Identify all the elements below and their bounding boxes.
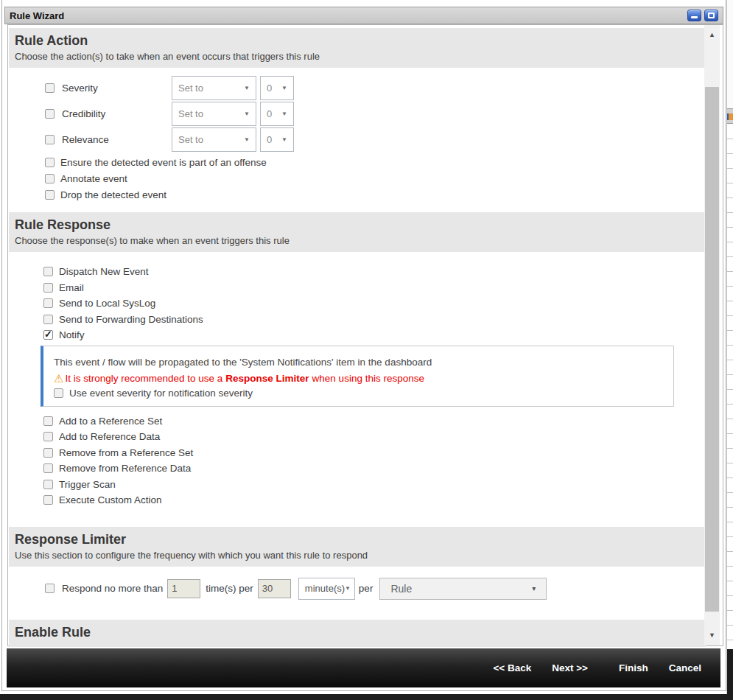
respond-limit-checkbox[interactable]: [45, 584, 55, 593]
severity-value-dropdown[interactable]: 0 ▼: [260, 76, 294, 100]
credibility-value: 0: [267, 108, 272, 119]
wizard-button-bar: << Back Next >> Finish Cancel: [7, 648, 720, 687]
credibility-value-dropdown[interactable]: 0 ▼: [260, 102, 294, 126]
send-local-syslog-checkbox[interactable]: [43, 298, 53, 308]
remove-reference-set-label: Remove from a Reference Set: [59, 447, 193, 458]
option-row: Trigger Scan: [9, 477, 706, 493]
respond-count-input[interactable]: 1: [167, 579, 200, 598]
respond-scope-dropdown[interactable]: Rule ▾: [379, 578, 547, 600]
respond-limit-label: Respond no more than: [62, 583, 163, 594]
email-checkbox[interactable]: [43, 283, 53, 293]
notify-info-panel: This event / flow will be propagated to …: [41, 346, 674, 407]
annotate-event-checkbox[interactable]: [45, 174, 55, 183]
option-row: Execute Custom Action: [9, 492, 706, 508]
severity-operation-dropdown[interactable]: Set to ▼: [172, 76, 256, 100]
severity-value: 0: [267, 83, 272, 94]
rule-action-options: Ensure the detected event is part of an …: [9, 154, 706, 203]
send-forwarding-destinations-checkbox[interactable]: [43, 315, 53, 324]
dispatch-new-event-checkbox[interactable]: [43, 267, 53, 276]
relevance-row: Relevance Set to ▼ 0 ▼: [9, 127, 706, 153]
option-row: Add to a Reference Set: [9, 413, 706, 430]
rule-response-title: Rule Response: [15, 217, 698, 233]
notify-checkbox[interactable]: [43, 330, 53, 340]
respond-interval-input[interactable]: 30: [258, 579, 291, 598]
severity-operation-value: Set to: [178, 83, 203, 94]
minimize-button[interactable]: [687, 10, 701, 21]
chevron-down-icon: ▼: [244, 111, 250, 117]
option-row: Dispatch New Event: [9, 264, 706, 280]
credibility-label: Credibility: [62, 108, 172, 119]
option-row: Notify: [9, 327, 706, 343]
drop-event-checkbox[interactable]: [45, 190, 55, 200]
option-row: Drop the detected event: [9, 186, 706, 203]
scroll-down-arrow-icon[interactable]: ▼: [704, 627, 720, 643]
response-limiter-description: Use this section to configure the freque…: [15, 550, 698, 561]
scroll-up-arrow-icon[interactable]: ▲: [704, 27, 720, 42]
background-dark-area: [727, 649, 733, 700]
dialog-content: Rule Action Choose the action(s) to take…: [9, 25, 706, 666]
option-row: Send to Local SysLog: [9, 295, 706, 312]
rule-response-description: Choose the response(s) to make when an e…: [15, 235, 698, 246]
notify-warning-text: ⚠ It is strongly recommended to use a Re…: [54, 373, 664, 384]
execute-custom-action-label: Execute Custom Action: [59, 494, 162, 505]
option-row: Add to Reference Data: [9, 429, 706, 445]
vertical-scrollbar[interactable]: ▲ ▼: [704, 25, 720, 645]
credibility-operation-dropdown[interactable]: Set to ▼: [172, 102, 256, 126]
credibility-checkbox[interactable]: [45, 109, 55, 119]
relevance-value-dropdown[interactable]: 0 ▼: [260, 127, 294, 152]
relevance-operation-dropdown[interactable]: Set to ▼: [172, 127, 256, 152]
offense-checkbox[interactable]: [45, 158, 55, 167]
add-reference-data-label: Add to Reference Data: [59, 431, 160, 442]
maximize-button[interactable]: [704, 10, 718, 21]
relevance-value: 0: [267, 134, 272, 145]
rule-action-value-rows: Severity Set to ▼ 0 ▼ Credibility Set to: [9, 75, 706, 153]
add-reference-data-checkbox[interactable]: [43, 432, 53, 441]
chevron-down-icon: ▼: [345, 585, 351, 592]
send-local-syslog-label: Send to Local SysLog: [59, 298, 155, 309]
rule-action-section-header: Rule Action Choose the action(s) to take…: [9, 28, 706, 68]
use-event-severity-checkbox[interactable]: [54, 388, 63, 398]
background-bottom-bar: [0, 694, 733, 700]
chevron-down-icon: ▼: [281, 136, 287, 143]
dispatch-new-event-label: Dispatch New Event: [59, 266, 149, 277]
drop-event-label: Drop the detected event: [60, 189, 166, 200]
per-label: per: [359, 583, 373, 594]
send-forwarding-destinations-label: Send to Forwarding Destinations: [59, 314, 203, 325]
remove-reference-set-checkbox[interactable]: [43, 448, 53, 458]
severity-checkbox[interactable]: [45, 83, 55, 93]
relevance-operation-value: Set to: [178, 134, 203, 145]
response-limiter-section-header: Response Limiter Use this section to con…: [9, 527, 706, 567]
rule-response-section-header: Rule Response Choose the response(s) to …: [9, 212, 706, 252]
response-limiter-title: Response Limiter: [15, 532, 698, 547]
add-reference-set-checkbox[interactable]: [43, 416, 53, 426]
trigger-scan-label: Trigger Scan: [59, 479, 116, 490]
severity-label: Severity: [62, 83, 172, 94]
maximize-icon: [708, 13, 715, 18]
response-limiter-row: Respond no more than 1 time(s) per 30 mi…: [9, 578, 706, 600]
next-button[interactable]: Next >>: [552, 662, 588, 673]
rule-action-description: Choose the action(s) to take when an eve…: [15, 51, 698, 62]
back-button[interactable]: << Back: [493, 662, 531, 673]
rule-response-options-top: Dispatch New Event Email Send to Local S…: [9, 264, 706, 343]
minimize-icon: [691, 16, 698, 18]
relevance-checkbox[interactable]: [45, 135, 55, 144]
trigger-scan-checkbox[interactable]: [43, 480, 53, 489]
option-row: Remove from Reference Data: [9, 461, 706, 477]
notify-severity-row: Use event severity for notification seve…: [54, 388, 664, 399]
chevron-down-icon: ▾: [532, 584, 536, 592]
times-per-label: time(s) per: [206, 583, 253, 594]
credibility-operation-value: Set to: [178, 108, 203, 119]
scrollbar-thumb[interactable]: [705, 87, 719, 612]
interval-unit-dropdown[interactable]: minute(s) ▼: [298, 578, 355, 600]
email-label: Email: [59, 282, 84, 293]
cancel-button[interactable]: Cancel: [669, 662, 701, 673]
relevance-label: Relevance: [62, 134, 172, 145]
background-page-strip: [726, 0, 733, 700]
warning-suffix: when using this response: [312, 373, 424, 384]
execute-custom-action-checkbox[interactable]: [43, 495, 53, 505]
finish-button[interactable]: Finish: [619, 662, 648, 673]
background-toolbar-row: [727, 108, 733, 124]
remove-reference-data-checkbox[interactable]: [43, 463, 53, 473]
credibility-row: Credibility Set to ▼ 0 ▼: [9, 101, 706, 127]
annotate-event-label: Annotate event: [60, 173, 127, 184]
